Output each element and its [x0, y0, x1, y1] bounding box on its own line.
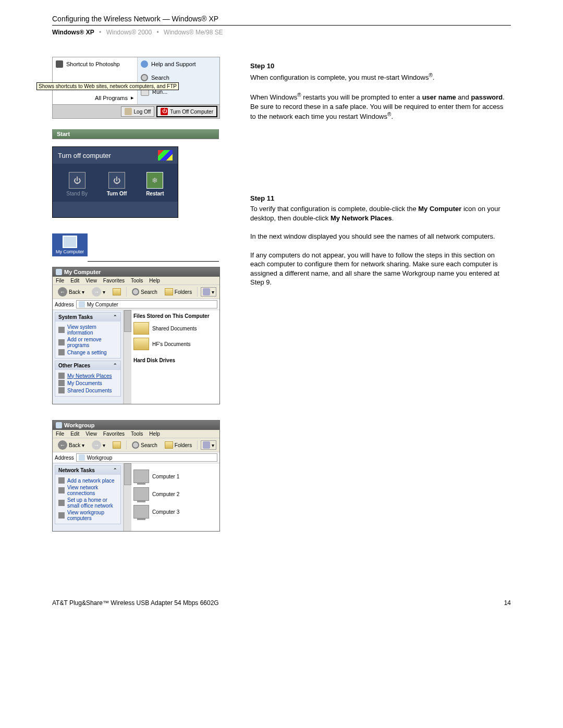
view-sysinfo-link[interactable]: View system information — [58, 324, 117, 336]
menu-tools[interactable]: Tools — [131, 278, 143, 283]
homenet-icon — [58, 500, 65, 506]
menu-file[interactable]: File — [56, 278, 64, 283]
startmenu-allprograms[interactable]: All Programs ▸ — [56, 93, 134, 102]
view-netconn-link[interactable]: View network connections — [58, 484, 117, 497]
forward-button-2[interactable]: → ▾ — [90, 440, 107, 450]
startmenu-photoshop[interactable]: Shortcut to Photoshp — [56, 59, 134, 69]
views-dropdown-icon-2: ▾ — [212, 442, 214, 448]
address-value-2: Workgroup — [87, 455, 113, 461]
menu2-tools[interactable]: Tools — [131, 431, 143, 437]
up-folder-icon — [113, 288, 121, 295]
shareddocs-icon — [58, 387, 65, 393]
homenet-label: Set up a home or small office network — [67, 497, 117, 509]
shareddocs-link[interactable]: Shared Documents — [58, 387, 117, 394]
up-button[interactable] — [111, 288, 123, 296]
change-setting-link[interactable]: Change a setting — [58, 349, 117, 356]
system-tasks-header[interactable]: System Tasks ⌃ — [55, 313, 120, 322]
computer-2-item[interactable]: Computer 2 — [133, 487, 217, 501]
view-workgroup-link[interactable]: View workgroup computers — [58, 509, 117, 522]
setup-homenet-link[interactable]: Set up a home or small office network — [58, 497, 117, 509]
user-docs-folder[interactable]: HF's Documents — [133, 338, 217, 350]
mydocs-link[interactable]: My Documents — [58, 379, 117, 387]
address-field-2[interactable]: Workgroup — [76, 453, 217, 462]
address-field[interactable]: My Computer — [76, 300, 217, 309]
scrollbar-2[interactable] — [124, 463, 131, 531]
standby-label: Stand By — [66, 191, 88, 196]
up-button-2[interactable] — [111, 441, 123, 449]
computer-3-item[interactable]: Computer 3 — [133, 505, 217, 519]
logoff-button[interactable]: Log Off — [121, 106, 155, 117]
back-button[interactable]: ← Back ▾ — [56, 287, 87, 297]
forward-button[interactable]: → ▾ — [90, 287, 107, 297]
explorer1-titlebar: My Computer — [53, 267, 219, 277]
explorer-workgroup: Workgroup File Edit View Favorites Tools… — [52, 420, 220, 532]
shared-docs-folder[interactable]: Shared Documents — [133, 322, 217, 335]
help-icon — [141, 60, 148, 68]
explorer2-title: Workgroup — [64, 422, 94, 428]
setting-label: Change a setting — [67, 350, 107, 355]
back-button-2[interactable]: ← Back ▾ — [56, 440, 87, 450]
address-value: My Computer — [87, 302, 118, 307]
turnoff-icon: ⏻ — [108, 172, 125, 189]
photoshop-icon — [56, 60, 63, 68]
views-button[interactable]: ▾ — [201, 287, 216, 297]
other-places-header[interactable]: Other Places ⌃ — [55, 361, 120, 370]
menu2-favorites[interactable]: Favorites — [103, 431, 125, 437]
folders-button[interactable]: Folders — [163, 288, 194, 296]
turnoff-button[interactable]: ⏻ Turn Off Computer — [156, 106, 217, 117]
folder-icon — [133, 322, 149, 335]
search-button[interactable]: Search — [130, 288, 160, 296]
startmenu-search[interactable]: Search — [141, 73, 216, 82]
turnoff-option-button[interactable]: ⏻ Turn Off — [107, 172, 127, 196]
shared-docs-label: Shared Documents — [152, 326, 197, 331]
mydocs-label: My Documents — [67, 380, 102, 386]
workgroup-icon — [58, 512, 65, 519]
dropdown-icon: ▾ — [82, 289, 84, 295]
logoff-icon — [125, 108, 132, 115]
menu-view[interactable]: View — [85, 278, 97, 283]
menu-edit[interactable]: Edit — [70, 278, 79, 283]
scroll-thumb-2[interactable] — [124, 463, 131, 485]
start-button-bar[interactable]: Start — [52, 129, 219, 139]
step10-p2e: . — [391, 113, 393, 121]
standby-button[interactable]: ⏻ Stand By — [66, 172, 88, 196]
nav-xp: Windows® XP — [52, 29, 94, 36]
menu2-view[interactable]: View — [85, 431, 97, 437]
restart-icon: ❄ — [146, 172, 163, 189]
menu-favorites[interactable]: Favorites — [103, 278, 125, 283]
restart-button[interactable]: ❄ Restart — [146, 172, 164, 196]
dropdown-icon-2: ▾ — [103, 289, 105, 295]
scroll-thumb[interactable] — [124, 310, 131, 332]
back-icon: ← — [58, 287, 67, 297]
my-computer-desktop-icon[interactable]: My Computer — [52, 233, 88, 256]
chevron-up-icon-3: ⌃ — [113, 467, 117, 473]
menu2-edit[interactable]: Edit — [70, 431, 79, 437]
menu2-file[interactable]: File — [56, 431, 64, 437]
os-nav: Windows® XP • Windows® 2000 • Windows® M… — [52, 29, 511, 36]
step11-p1: To verify that configuration is complete… — [250, 204, 511, 223]
network-tasks-header[interactable]: Network Tasks ⌃ — [55, 466, 120, 475]
scrollbar[interactable] — [124, 310, 131, 404]
network-places-link[interactable]: My Network Places — [58, 372, 117, 379]
user-docs-label: HF's Documents — [152, 341, 191, 347]
window-icon-2 — [56, 422, 62, 428]
views-button-2[interactable]: ▾ — [201, 440, 216, 450]
netplaces-label: My Network Places — [67, 373, 112, 379]
addremove-label: Add or remove programs — [67, 337, 117, 348]
search-button-2[interactable]: Search — [130, 441, 160, 449]
computer1-label: Computer 1 — [152, 474, 179, 479]
add-netplace-link[interactable]: Add a network place — [58, 477, 117, 484]
turnoff-dialog: Turn off computer ⏻ Stand By ⏻ Turn Off … — [52, 146, 178, 218]
menu-help[interactable]: Help — [149, 278, 160, 283]
nav-sep-2: • — [157, 29, 159, 36]
folders-label-2: Folders — [175, 442, 192, 448]
startmenu-help[interactable]: Help and Support — [141, 59, 216, 69]
search-icon — [141, 74, 148, 81]
menu2-help[interactable]: Help — [149, 431, 160, 437]
add-remove-link[interactable]: Add or remove programs — [58, 336, 117, 349]
logoff-label: Log Off — [134, 109, 151, 115]
turnoff-option-label: Turn Off — [107, 191, 127, 196]
computer-1-item[interactable]: Computer 1 — [133, 470, 217, 483]
folders-button-2[interactable]: Folders — [163, 441, 194, 449]
explorer2-menubar: File Edit View Favorites Tools Help — [53, 430, 219, 438]
